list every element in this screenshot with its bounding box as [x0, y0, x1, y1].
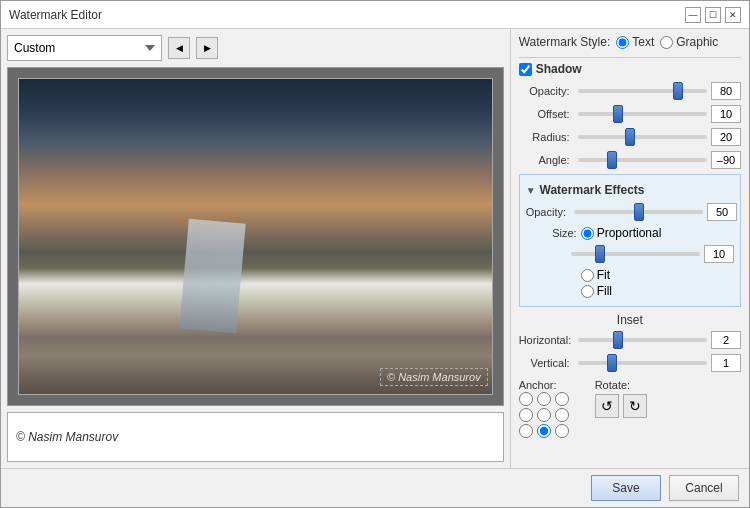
style-text-radio[interactable]: [616, 36, 629, 49]
title-bar-controls: — ☐ ✕: [685, 7, 741, 23]
mountain-image: [19, 79, 492, 394]
cancel-button[interactable]: Cancel: [669, 475, 739, 501]
inset-horizontal-row: Horizontal:: [519, 331, 741, 349]
style-graphic-label[interactable]: Graphic: [660, 35, 718, 49]
effects-opacity-row: Opacity:: [526, 203, 734, 221]
anchor-group: Anchor:: [519, 378, 571, 438]
title-bar: Watermark Editor — ☐ ✕: [1, 1, 749, 29]
right-panel-scroll[interactable]: Watermark Style: Text Graphic Shadow: [511, 29, 749, 468]
anchor-radio-tc[interactable]: [537, 392, 551, 406]
watermark-style-label: Watermark Style:: [519, 35, 611, 49]
anchor-grid: [519, 392, 571, 438]
effects-size-row: Size: Proportional: [526, 226, 734, 240]
anchor-radio-bl[interactable]: [519, 424, 533, 438]
size-options-group: Fit Fill: [581, 268, 734, 298]
size-proportional-label[interactable]: Proportional: [581, 226, 662, 240]
close-button[interactable]: ✕: [725, 7, 741, 23]
size-fit-label[interactable]: Fit: [581, 268, 734, 282]
size-fit-radio[interactable]: [581, 269, 594, 282]
shadow-opacity-slider[interactable]: [578, 89, 707, 93]
watermark-editor-dialog: Watermark Editor — ☐ ✕ Custom ◀ ▶ © Nasi…: [0, 0, 750, 508]
watermark-text-preview: © Nasim Mansurov: [16, 430, 118, 444]
anchor-radio-bc[interactable]: [537, 424, 551, 438]
shadow-offset-value[interactable]: [711, 105, 741, 123]
effects-size-value[interactable]: [704, 245, 734, 263]
size-fill-radio[interactable]: [581, 285, 594, 298]
anchor-radio-mc[interactable]: [537, 408, 551, 422]
dialog-body: Custom ◀ ▶ © Nasim Mansurov © Nasim Mans…: [1, 29, 749, 468]
size-proportional-text: Proportional: [597, 226, 662, 240]
shadow-offset-row: Offset:: [519, 105, 741, 123]
inset-horizontal-label: Horizontal:: [519, 334, 574, 346]
inset-vertical-row: Vertical:: [519, 354, 741, 372]
anchor-radio-br[interactable]: [555, 424, 569, 438]
shadow-angle-label: Angle:: [519, 154, 574, 166]
inset-horizontal-value[interactable]: [711, 331, 741, 349]
effects-opacity-slider[interactable]: [574, 210, 703, 214]
shadow-opacity-value[interactable]: [711, 82, 741, 100]
preset-row: Custom ◀ ▶: [7, 35, 504, 61]
preset-select[interactable]: Custom: [7, 35, 162, 61]
anchor-radio-tl[interactable]: [519, 392, 533, 406]
style-graphic-radio[interactable]: [660, 36, 673, 49]
divider-1: [519, 57, 741, 58]
style-text-text: Text: [632, 35, 654, 49]
effects-size-slider-row: [526, 245, 734, 263]
anchor-label: Anchor:: [519, 379, 557, 391]
anchor-radio-tr[interactable]: [555, 392, 569, 406]
nav-prev-button[interactable]: ◀: [168, 37, 190, 59]
style-graphic-text: Graphic: [676, 35, 718, 49]
rotate-group: Rotate: ↺ ↻: [595, 378, 647, 418]
rotate-label: Rotate:: [595, 379, 630, 391]
effects-header: ▼ Watermark Effects: [526, 183, 734, 197]
watermark-style-row: Watermark Style: Text Graphic: [519, 35, 741, 49]
effects-section: ▼ Watermark Effects Opacity: Size:: [519, 174, 741, 307]
inset-vertical-value[interactable]: [711, 354, 741, 372]
inset-horizontal-slider[interactable]: [578, 338, 707, 342]
rotate-buttons: ↺ ↻: [595, 394, 647, 418]
inset-vertical-slider[interactable]: [578, 361, 707, 365]
shadow-angle-slider[interactable]: [578, 158, 707, 162]
style-text-label[interactable]: Text: [616, 35, 654, 49]
right-panel: Watermark Style: Text Graphic Shadow: [510, 29, 749, 468]
preview-inner: © Nasim Mansurov: [18, 78, 493, 395]
shadow-radius-row: Radius:: [519, 128, 741, 146]
shadow-offset-label: Offset:: [519, 108, 574, 120]
anchor-radio-ml[interactable]: [519, 408, 533, 422]
minimize-button[interactable]: —: [685, 7, 701, 23]
text-preview-box: © Nasim Mansurov: [7, 412, 504, 462]
shadow-opacity-row: Opacity:: [519, 82, 741, 100]
size-fit-text: Fit: [597, 268, 610, 282]
effects-toggle[interactable]: ▼: [526, 185, 536, 196]
inset-vertical-label: Vertical:: [519, 357, 574, 369]
rotate-ccw-button[interactable]: ↺: [595, 394, 619, 418]
effects-size-slider[interactable]: [571, 252, 700, 256]
shadow-radius-slider[interactable]: [578, 135, 707, 139]
left-panel: Custom ◀ ▶ © Nasim Mansurov © Nasim Mans…: [1, 29, 510, 468]
rotate-cw-button[interactable]: ↻: [623, 394, 647, 418]
shadow-checkbox[interactable]: [519, 63, 532, 76]
shadow-radius-value[interactable]: [711, 128, 741, 146]
size-proportional-radio[interactable]: [581, 227, 594, 240]
anchor-radio-mr[interactable]: [555, 408, 569, 422]
dialog-title: Watermark Editor: [9, 8, 102, 22]
size-fill-label[interactable]: Fill: [581, 284, 734, 298]
shadow-offset-slider[interactable]: [578, 112, 707, 116]
anchor-rotate-row: Anchor:: [519, 378, 741, 438]
inset-section: Inset Horizontal: Vertical:: [519, 313, 741, 372]
effects-size-label: Size:: [526, 227, 581, 239]
shadow-title: Shadow: [536, 62, 582, 76]
save-button[interactable]: Save: [591, 475, 661, 501]
size-fill-text: Fill: [597, 284, 612, 298]
dialog-footer: Save Cancel: [1, 468, 749, 507]
restore-button[interactable]: ☐: [705, 7, 721, 23]
shadow-angle-value[interactable]: [711, 151, 741, 169]
nav-next-button[interactable]: ▶: [196, 37, 218, 59]
effects-opacity-value[interactable]: [707, 203, 737, 221]
shadow-opacity-label: Opacity:: [519, 85, 574, 97]
shadow-angle-row: Angle:: [519, 151, 741, 169]
inset-title: Inset: [519, 313, 741, 327]
effects-title: Watermark Effects: [540, 183, 645, 197]
shadow-checkbox-row: Shadow: [519, 62, 741, 76]
effects-opacity-label: Opacity:: [526, 206, 570, 218]
